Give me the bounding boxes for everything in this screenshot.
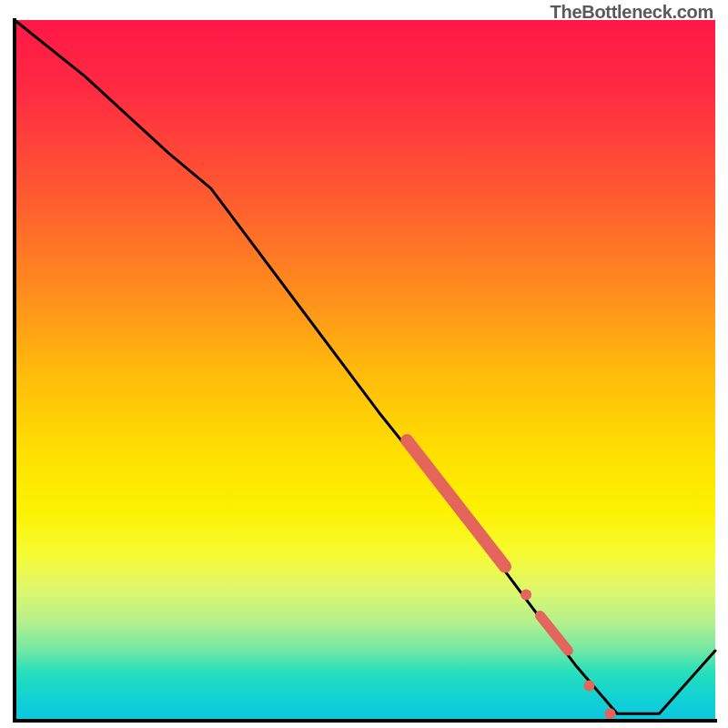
bottleneck-curve-line: [15, 20, 715, 713]
chart-overlay: [0, 0, 728, 728]
watermark-text: TheBottleneck.com: [551, 2, 713, 23]
red-dot-2: [583, 681, 594, 692]
chart-stage: TheBottleneck.com: [0, 0, 728, 728]
red-short-segment: [541, 616, 569, 652]
thick-red-segment: [407, 440, 505, 567]
red-dot-1: [521, 589, 531, 600]
red-dot-3: [605, 708, 616, 719]
